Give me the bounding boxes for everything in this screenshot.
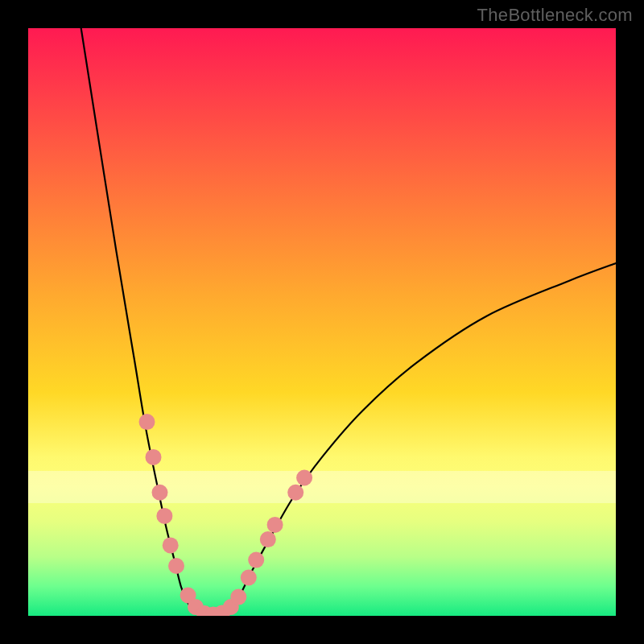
data-marker: [214, 605, 230, 616]
data-markers: [139, 414, 313, 616]
data-marker: [296, 470, 312, 486]
chart-frame: TheBottleneck.com: [0, 0, 644, 644]
data-marker: [241, 570, 257, 586]
bottleneck-curve: [81, 28, 616, 616]
data-marker: [223, 599, 239, 615]
data-marker: [260, 531, 276, 547]
data-marker: [267, 517, 283, 533]
data-marker: [168, 558, 184, 574]
data-marker: [156, 508, 172, 524]
data-marker: [248, 552, 264, 568]
data-marker: [196, 605, 213, 616]
data-marker: [146, 449, 162, 465]
watermark-text: TheBottleneck.com: [477, 5, 633, 26]
data-marker: [188, 599, 204, 615]
pale-yellow-band: [28, 471, 616, 503]
data-marker: [230, 589, 246, 605]
data-marker: [287, 485, 303, 501]
plot-area: [28, 28, 616, 616]
data-marker: [205, 607, 221, 617]
data-marker: [152, 485, 168, 501]
data-marker: [139, 414, 155, 430]
chart-svg: [28, 28, 616, 616]
data-marker: [163, 537, 179, 553]
data-marker: [180, 588, 196, 604]
